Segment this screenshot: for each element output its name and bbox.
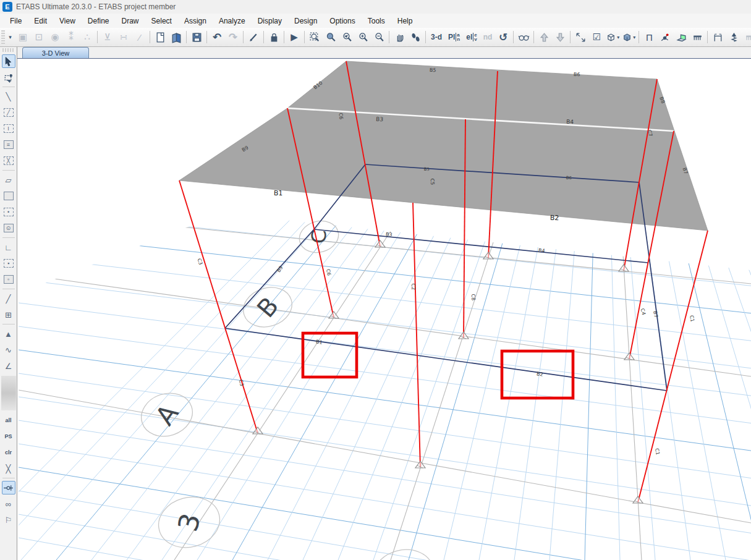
draw-dimension-icon[interactable]: ∠ [2,359,15,373]
toolbar-separator [263,31,264,43]
save-model-icon[interactable] [189,30,204,45]
select-flag-icon[interactable]: ⚐ [2,513,15,527]
pan-icon[interactable] [392,30,407,45]
intersecting-line-select-icon[interactable]: ╳ [2,462,15,475]
snap-options-icon[interactable]: ⁄ [132,30,147,45]
svg-text:C8: C8 [470,294,477,300]
shrink-objects-icon[interactable] [573,30,588,45]
select-all-icon[interactable]: all [2,414,15,427]
assign-wall-icon[interactable] [674,30,689,45]
assign-joint-icon[interactable] [658,30,673,45]
view-3d-icon[interactable]: 3-d [428,30,444,45]
toolbar-options-caret[interactable]: ▾ [6,30,14,45]
menu-select[interactable]: Select [145,15,178,27]
draw-joint-icon[interactable]: ╲ [2,90,15,103]
perspective-view-icon[interactable] [516,30,531,45]
snap-to-midpoints-icon[interactable]: ◉ [48,30,62,45]
draw-window-icon[interactable]: ⊞ [2,308,15,321]
menu-display[interactable]: Display [252,15,288,27]
menu-tools[interactable]: Tools [362,15,391,27]
undo-icon[interactable]: ↶ [210,30,224,45]
grid-bubble-label: A [150,399,185,431]
select-previous-icon[interactable]: PS [2,430,15,443]
draw-door-icon[interactable]: ▫ [2,273,15,286]
open-model-icon[interactable] [169,30,184,45]
selection-highlight-boxes [303,333,573,398]
sidebar-drag-handle[interactable] [2,48,15,52]
quick-draw-braces-icon[interactable]: ╳ [2,154,15,168]
draw-floor-area-icon[interactable]: ▱ [2,173,15,187]
rotate-3d-view-icon[interactable]: ↺ [496,30,511,45]
new-model-icon[interactable] [153,30,168,45]
toolbar-separator [150,31,150,43]
menu-view[interactable]: View [53,15,82,27]
svg-text:C1: C1 [689,315,695,322]
menu-analyze[interactable]: Analyze [213,15,252,27]
select-by-joint-icon[interactable] [2,481,15,494]
draw-rectangular-area-icon[interactable] [2,189,15,203]
move-up-icon[interactable] [537,30,551,45]
view-plan-icon[interactable]: Plan [446,30,462,45]
menu-options[interactable]: Options [323,15,361,27]
main-toolbar: ▾▣⊡◉⁑∴⊻∺⁄↶↷▶3-dPlanelevnd↺☑▾▾Π [0,28,751,47]
assign-deck-icon[interactable] [690,30,705,45]
quick-draw-secondary-beams-icon[interactable]: ≡ [2,138,15,151]
restore-full-view-icon[interactable] [323,30,338,45]
menu-file[interactable]: File [4,15,28,27]
rubber-band-zoom-icon[interactable] [307,30,322,45]
pen-icon[interactable] [246,30,261,45]
draw-line-object-icon[interactable]: ╱ [2,292,15,305]
quick-draw-wall-icon[interactable]: ▪ [2,257,15,270]
draw-tendon-icon[interactable]: ∿ [2,343,15,357]
tab-3d-view[interactable]: 3-D View [22,47,89,58]
frame-spans-icon[interactable] [710,30,725,45]
quick-draw-frame-icon[interactable]: ╱ [2,106,15,119]
quick-draw-column-icon[interactable]: I [2,122,15,135]
structural-model-scene[interactable]: ABC32B9B10B5B6B8B7B3B4B1B2B5B6B3B4B9B7B1… [17,59,751,560]
menu-help[interactable]: Help [391,15,419,27]
svg-text:B4: B4 [566,119,574,125]
toolbar-separator [304,31,305,43]
draw-circle-area-icon[interactable]: ⊙ [2,221,15,235]
ribbed-deck-icon[interactable] [742,30,751,45]
menu-assign[interactable]: Assign [178,15,213,27]
title-bar: E ETABS Ultimate 20.3.0 - ETABS project … [0,0,751,14]
menu-design[interactable]: Design [288,15,323,27]
snap-to-intersections-icon[interactable]: ∴ [80,30,95,45]
toolbar-drag-handle[interactable] [1,30,5,44]
snap-to-lines-icon[interactable]: ∺ [116,30,131,45]
draw-wall-icon[interactable]: ∟ [2,240,15,254]
snap-to-ends-icon[interactable]: ⁑ [64,30,78,45]
clear-selection-icon[interactable]: clr [2,446,15,459]
view-elevation-icon[interactable]: elev [464,30,479,45]
select-chain-icon[interactable]: ∞ [2,497,15,511]
reshape-object-icon[interactable] [2,70,15,84]
previous-zoom-icon[interactable] [339,30,354,45]
lock-model-icon[interactable] [266,30,281,45]
menu-draw[interactable]: Draw [116,15,145,27]
zoom-out-icon[interactable] [371,30,386,45]
set-view-options-icon[interactable]: ▾ [605,30,620,45]
draw-frame-icon[interactable]: Π [642,30,656,45]
object-shading-icon[interactable]: ▾ [621,30,636,45]
svg-text:B7: B7 [652,310,659,318]
view-named-icon[interactable]: nd [481,30,495,45]
object-visibility-icon[interactable]: ☑ [589,30,604,45]
move-down-icon[interactable] [553,30,567,45]
sidebar-scroll-region[interactable] [1,376,16,410]
quick-draw-area-icon[interactable]: • [2,205,15,219]
redo-icon[interactable]: ↷ [226,30,240,45]
draw-link-icon[interactable]: ▲ [2,327,15,341]
model-3d-viewport[interactable]: ABC32B9B10B5B6B8B7B3B4B1B2B5B6B3B4B9B7B1… [17,59,751,560]
snap-to-grid-icon[interactable]: ▣ [15,30,30,45]
snap-to-joints-icon[interactable]: ⊡ [32,30,46,45]
run-analysis-icon[interactable]: ▶ [287,30,302,45]
zoom-in-icon[interactable] [355,30,370,45]
select-pointer-icon[interactable] [2,54,15,68]
menu-edit[interactable]: Edit [28,15,53,27]
walk-through-icon[interactable] [408,30,423,45]
snap-to-perpendicular-icon[interactable]: ⊻ [100,30,115,45]
menu-define[interactable]: Define [82,15,116,27]
roof-slab[interactable] [179,61,708,231]
support-spring-icon[interactable] [726,30,741,45]
